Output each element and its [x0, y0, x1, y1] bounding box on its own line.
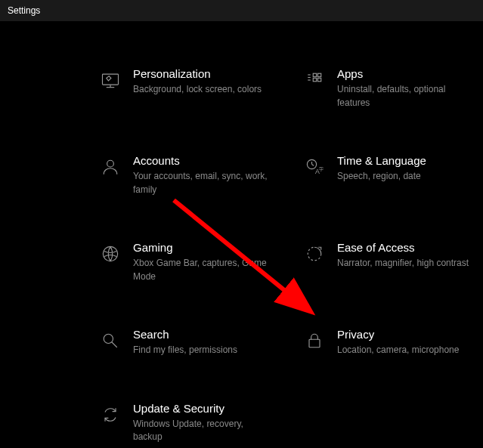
ease-of-access-icon: [302, 242, 327, 266]
update-security-icon: [98, 403, 122, 427]
settings-item-personalization[interactable]: Personalization Background, lock screen,…: [98, 66, 295, 110]
item-title: Personalization: [133, 66, 262, 82]
svg-line-13: [312, 165, 314, 166]
item-title: Gaming: [133, 240, 269, 255]
titlebar: Settings: [0, 0, 483, 21]
settings-item-update-security[interactable]: Update & Security Windows Update, recove…: [98, 401, 295, 444]
item-desc: Find my files, permissions: [133, 344, 237, 357]
settings-content: Personalization Background, lock screen,…: [0, 21, 483, 444]
window-title: Settings: [8, 5, 40, 16]
svg-point-10: [107, 160, 114, 167]
item-text: Ease of Access Narrator, magnifier, high…: [337, 240, 469, 270]
item-desc: Xbox Game Bar, captures, Game Mode: [133, 257, 269, 283]
item-title: Search: [133, 327, 237, 342]
svg-point-17: [104, 334, 113, 343]
settings-grid: Personalization Background, lock screen,…: [98, 66, 475, 444]
svg-rect-19: [309, 339, 320, 348]
item-desc: Windows Update, recovery, backup: [133, 418, 269, 444]
svg-text:字: 字: [319, 166, 324, 171]
settings-item-gaming[interactable]: Gaming Xbox Game Bar, captures, Game Mod…: [98, 240, 295, 283]
apps-icon: [302, 68, 327, 92]
settings-item-search[interactable]: Search Find my files, permissions: [98, 327, 295, 357]
item-desc: Location, camera, microphone: [337, 344, 459, 357]
settings-item-accounts[interactable]: Accounts Your accounts, email, sync, wor…: [98, 153, 295, 196]
settings-item-apps[interactable]: Apps Uninstall, defaults, optional featu…: [302, 66, 476, 110]
item-desc: Your accounts, email, sync, work, family: [133, 170, 269, 196]
svg-point-16: [103, 246, 117, 261]
accounts-icon: [98, 155, 122, 179]
item-text: Personalization Background, lock screen,…: [133, 66, 262, 97]
item-title: Time & Language: [337, 153, 426, 168]
item-desc: Narrator, magnifier, high contrast: [337, 257, 469, 270]
item-text: Search Find my files, permissions: [133, 327, 237, 357]
item-desc: Background, lock screen, colors: [133, 83, 262, 96]
svg-rect-9: [317, 78, 320, 81]
svg-rect-7: [317, 73, 320, 76]
item-text: Update & Security Windows Update, recove…: [133, 401, 269, 444]
search-icon: [98, 329, 122, 353]
svg-rect-6: [313, 73, 316, 76]
personalization-icon: [98, 68, 122, 92]
item-title: Apps: [337, 66, 473, 82]
item-title: Privacy: [337, 327, 459, 342]
lock-icon: [302, 329, 327, 353]
time-language-icon: A字: [302, 155, 327, 179]
svg-rect-8: [313, 78, 316, 81]
settings-item-privacy[interactable]: Privacy Location, camera, microphone: [302, 327, 476, 357]
item-text: Apps Uninstall, defaults, optional featu…: [337, 66, 473, 110]
gaming-icon: [98, 242, 122, 266]
item-desc: Uninstall, defaults, optional features: [337, 83, 473, 110]
item-text: Privacy Location, camera, microphone: [337, 327, 459, 357]
item-title: Update & Security: [133, 401, 269, 416]
item-text: Accounts Your accounts, email, sync, wor…: [133, 153, 269, 196]
item-desc: Speech, region, date: [337, 170, 426, 183]
settings-item-time-language[interactable]: A字 Time & Language Speech, region, date: [302, 153, 476, 196]
item-text: Gaming Xbox Game Bar, captures, Game Mod…: [133, 240, 269, 283]
settings-item-ease-of-access[interactable]: Ease of Access Narrator, magnifier, high…: [302, 240, 476, 283]
svg-rect-0: [103, 74, 119, 85]
item-title: Ease of Access: [337, 240, 469, 255]
item-title: Accounts: [133, 153, 269, 168]
svg-line-18: [112, 342, 117, 348]
item-text: Time & Language Speech, region, date: [337, 153, 426, 184]
